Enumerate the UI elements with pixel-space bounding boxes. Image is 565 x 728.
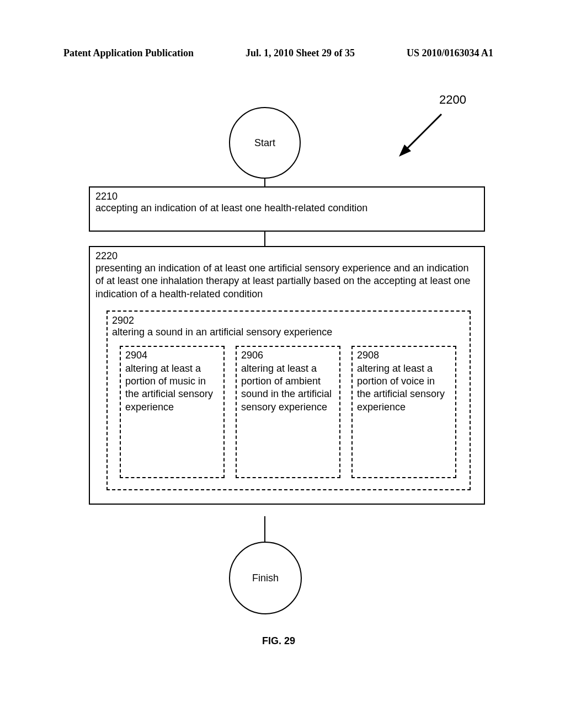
step-2210-box: 2210 accepting an indication of at least…	[89, 186, 485, 232]
start-label: Start	[254, 137, 275, 149]
step-number: 2220	[95, 250, 478, 262]
callout-arrow-icon	[395, 111, 444, 161]
step-number: 2906	[241, 349, 335, 362]
header-right: US 2010/0163034 A1	[407, 47, 493, 59]
connector-line	[264, 516, 265, 544]
step-2904-box: 2904 altering at least a portion of musi…	[120, 346, 225, 478]
step-text: altering at least a portion of music in …	[125, 363, 213, 413]
header-left: Patent Application Publication	[63, 47, 194, 59]
step-text: presenting an indication of at least one…	[95, 263, 470, 299]
finish-label: Finish	[252, 572, 279, 584]
step-number: 2908	[357, 349, 451, 362]
start-node: Start	[229, 107, 301, 179]
step-2908-box: 2908 altering at least a portion of voic…	[351, 346, 456, 478]
figure-caption: FIG. 29	[69, 635, 488, 647]
sub-steps-row: 2904 altering at least a portion of musi…	[120, 346, 463, 478]
step-2902-box: 2902 altering a sound in an artificial s…	[106, 311, 471, 490]
step-text: altering at least a portion of voice in …	[357, 363, 445, 413]
callout-reference-number: 2200	[439, 93, 466, 107]
finish-node: Finish	[229, 542, 302, 614]
step-text: altering at least a portion of ambient s…	[241, 363, 332, 413]
step-text: altering a sound in an artificial sensor…	[112, 326, 332, 338]
step-number: 2210	[95, 191, 478, 202]
step-text: accepting an indication of at least one …	[95, 202, 367, 213]
page-header: Patent Application Publication Jul. 1, 2…	[0, 47, 565, 59]
connector-line	[264, 232, 265, 247]
step-number: 2902	[112, 315, 463, 326]
header-center: Jul. 1, 2010 Sheet 29 of 35	[246, 47, 355, 59]
step-2220-box: 2220 presenting an indication of at leas…	[89, 246, 485, 505]
step-2906-box: 2906 altering at least a portion of ambi…	[236, 346, 340, 478]
svg-line-0	[404, 114, 441, 151]
step-number: 2904	[125, 349, 219, 362]
flowchart-diagram: 2200 Start 2210 accepting an indication …	[69, 88, 488, 667]
